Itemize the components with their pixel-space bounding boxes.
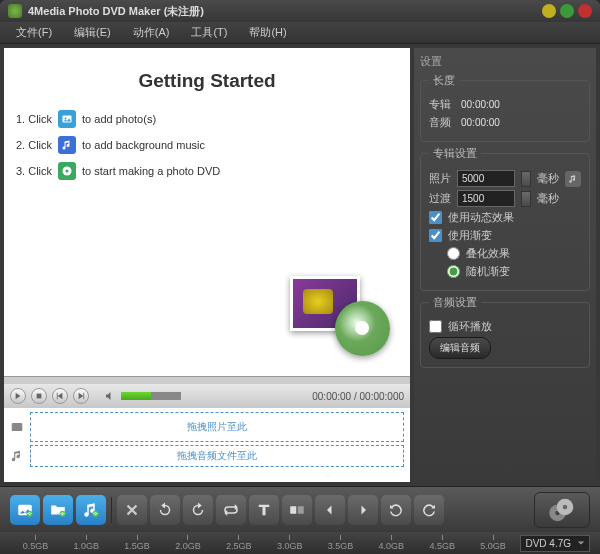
undo-button[interactable] (381, 495, 411, 525)
overlay-label: 叠化效果 (466, 246, 510, 261)
steps-list: 1. Click to add photo(s) 2. Click to add… (16, 110, 398, 188)
menu-edit[interactable]: 编辑(E) (64, 22, 121, 43)
album-length-label: 专辑 (429, 97, 451, 112)
motion-checkbox-row[interactable]: 使用动态效果 (429, 210, 581, 225)
play-button[interactable] (10, 388, 26, 404)
window-controls (542, 4, 592, 18)
titlebar[interactable]: 4Media Photo DVD Maker (未注册) (0, 0, 600, 22)
gradient-checkbox-row[interactable]: 使用渐变 (429, 228, 581, 243)
move-left-button[interactable] (315, 495, 345, 525)
disc-type-value: DVD 4.7G (525, 538, 571, 549)
stop-button[interactable] (31, 388, 47, 404)
edit-audio-button[interactable]: 编辑音频 (429, 337, 491, 359)
add-folder-button[interactable] (43, 495, 73, 525)
delete-button[interactable] (117, 495, 147, 525)
random-radio[interactable] (447, 265, 460, 278)
transition-duration-input[interactable] (457, 190, 515, 207)
statusbar: 0.5GB1.0GB1.5GB2.0GB2.5GB3.0GB3.5GB4.0GB… (0, 532, 600, 554)
capacity-tick: 5.0GB (468, 535, 519, 551)
apply-music-button[interactable] (565, 171, 581, 187)
gradient-radios: 叠化效果 随机渐变 (429, 246, 581, 279)
dvd-icon (58, 162, 76, 180)
step-3: 3. Click to start making a photo DVD (16, 162, 398, 180)
step-1-post: to add photo(s) (82, 113, 156, 125)
loop-checkbox-row[interactable]: 循环播放 (429, 319, 581, 334)
redo-button[interactable] (414, 495, 444, 525)
menubar: 文件(F) 编辑(E) 动作(A) 工具(T) 帮助(H) (0, 22, 600, 44)
next-button[interactable] (73, 388, 89, 404)
svg-point-3 (66, 170, 69, 173)
step-3-post: to start making a photo DVD (82, 165, 220, 177)
capacity-ruler: 0.5GB1.0GB1.5GB2.0GB2.5GB3.0GB3.5GB4.0GB… (10, 535, 518, 551)
disc-type-selector[interactable]: DVD 4.7G (520, 535, 590, 552)
burn-button[interactable] (534, 492, 590, 528)
playback-controls: 00:00:00 / 00:00:000 (4, 384, 410, 408)
menu-file[interactable]: 文件(F) (6, 22, 62, 43)
preview-panel: Getting Started 1. Click to add photo(s)… (4, 48, 410, 376)
transition-duration-spinner[interactable] (521, 191, 531, 207)
rotate-right-button[interactable] (183, 495, 213, 525)
audio-drop-zone[interactable]: 拖拽音频文件至此 (30, 445, 404, 467)
overlay-radio-row[interactable]: 叠化效果 (447, 246, 581, 261)
settings-header: 设置 (420, 54, 590, 69)
photo-icon (58, 110, 76, 128)
album-settings-group: 专辑设置 照片 毫秒 过渡 毫秒 使用动态效果 使用渐变 叠化效果 (420, 146, 590, 291)
music-icon (58, 136, 76, 154)
random-label: 随机渐变 (466, 264, 510, 279)
album-length-row: 专辑 00:00:00 (429, 97, 581, 112)
photo-duration-row: 照片 毫秒 (429, 170, 581, 187)
close-button[interactable] (578, 4, 592, 18)
svg-rect-4 (37, 394, 42, 399)
svg-rect-5 (12, 423, 23, 431)
volume-icon (104, 390, 116, 402)
maximize-button[interactable] (560, 4, 574, 18)
album-length-value: 00:00:00 (457, 97, 515, 112)
toolbar-separator (111, 497, 112, 523)
capacity-tick: 2.0GB (163, 535, 214, 551)
add-photo-button[interactable] (10, 495, 40, 525)
capacity-tick: 1.5GB (112, 535, 163, 551)
volume-slider[interactable] (121, 392, 181, 400)
transition-button[interactable] (282, 495, 312, 525)
add-music-button[interactable] (76, 495, 106, 525)
getting-started-title: Getting Started (16, 70, 398, 92)
repeat-button[interactable] (216, 495, 246, 525)
prev-button[interactable] (52, 388, 68, 404)
audio-length-label: 音频 (429, 115, 451, 130)
move-right-button[interactable] (348, 495, 378, 525)
transition-duration-unit: 毫秒 (537, 191, 559, 206)
step-2-pre: 2. Click (16, 139, 52, 151)
minimize-button[interactable] (542, 4, 556, 18)
bottom-toolbar (0, 486, 600, 532)
album-settings-legend: 专辑设置 (429, 146, 481, 161)
overlay-radio[interactable] (447, 247, 460, 260)
menu-tools[interactable]: 工具(T) (181, 22, 237, 43)
step-2: 2. Click to add background music (16, 136, 398, 154)
volume-fill (121, 392, 151, 400)
photo-duration-unit: 毫秒 (537, 171, 559, 186)
audio-length-row: 音频 00:00:00 (429, 115, 581, 130)
audio-settings-group: 音频设置 循环播放 编辑音频 (420, 295, 590, 368)
random-radio-row[interactable]: 随机渐变 (447, 264, 581, 279)
photo-drop-zone[interactable]: 拖拽照片至此 (30, 412, 404, 442)
photo-duration-spinner[interactable] (521, 171, 531, 187)
menu-action[interactable]: 动作(A) (123, 22, 180, 43)
rotate-left-button[interactable] (150, 495, 180, 525)
promo-graphic (290, 276, 390, 356)
photo-track: 拖拽照片至此 (10, 412, 404, 442)
photo-duration-label: 照片 (429, 171, 451, 186)
audio-track: 拖拽音频文件至此 (10, 445, 404, 467)
step-1-pre: 1. Click (16, 113, 52, 125)
text-button[interactable] (249, 495, 279, 525)
length-group: 长度 专辑 00:00:00 音频 00:00:00 (420, 73, 590, 142)
motion-checkbox[interactable] (429, 211, 442, 224)
seek-bar[interactable] (4, 376, 410, 384)
audio-track-icon (10, 449, 24, 463)
loop-label: 循环播放 (448, 319, 492, 334)
gradient-checkbox[interactable] (429, 229, 442, 242)
photo-duration-input[interactable] (457, 170, 515, 187)
capacity-tick: 4.0GB (366, 535, 417, 551)
svg-point-15 (563, 504, 568, 509)
loop-checkbox[interactable] (429, 320, 442, 333)
menu-help[interactable]: 帮助(H) (239, 22, 296, 43)
